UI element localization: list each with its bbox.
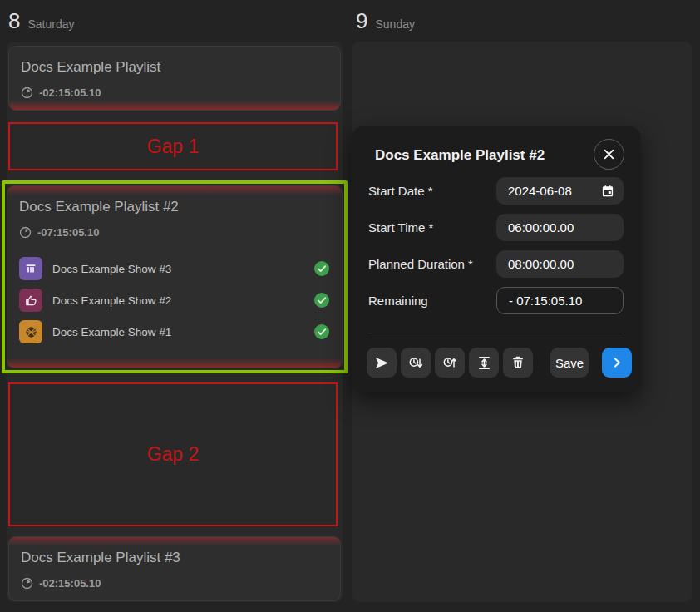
dialog-divider [368, 333, 624, 333]
playlist-card-2-selected[interactable]: Docs Example Playlist #2 -07:15:05.10 [7, 185, 343, 368]
field-row-start-date: Start Date * 2024-06-08 [368, 177, 624, 205]
check-circle-icon [313, 292, 330, 308]
planned-duration-input[interactable]: 08:00:00.00 [496, 250, 624, 278]
field-row-remaining: Remaining - 07:15:05.10 [368, 287, 624, 314]
clock-up-icon [442, 355, 458, 371]
playlist-remaining: -02:15:05.10 [21, 86, 328, 99]
duration-clock-icon [19, 226, 32, 239]
gap-1-region[interactable]: Gap 1 [8, 122, 338, 170]
send-to-playout-button[interactable] [367, 348, 397, 378]
show-row[interactable]: Docs Example Show #2 [19, 289, 330, 312]
delete-button[interactable] [503, 348, 533, 378]
day-weekday: Sunday [375, 17, 414, 31]
playlist-remaining: -02:15:05.10 [21, 577, 328, 590]
duration-clock-icon [21, 577, 33, 590]
send-icon [374, 355, 390, 371]
day-weekday: Saturday [27, 17, 74, 31]
close-icon [603, 148, 615, 160]
field-label: Start Time * [368, 220, 433, 234]
dialog-fields: Start Date * 2024-06-08 Start Time * 06:… [368, 177, 624, 314]
day-header-sunday: 9 Sunday [356, 8, 415, 34]
duration-clock-icon [21, 86, 33, 99]
selected-playlist-outline: Docs Example Playlist #2 -07:15:05.10 [2, 180, 348, 373]
expand-vertical-icon [476, 355, 492, 371]
start-date-input[interactable]: 2024-06-08 [496, 177, 624, 205]
calendar-icon[interactable] [601, 185, 614, 198]
playlist-remaining: -07:15:05.10 [19, 226, 330, 239]
gap-label: Gap 2 [147, 443, 200, 466]
show-list: Docs Example Show #3 Docs Example Show #… [19, 257, 330, 343]
playlist-card-3[interactable]: Docs Example Playlist #3 -02:15:05.10 [8, 536, 341, 601]
show-row[interactable]: Docs Example Show #3 [19, 257, 330, 280]
gap-label: Gap 1 [147, 136, 200, 158]
shift-time-down-button[interactable] [401, 348, 431, 378]
playlist-detail-dialog: Docs Example Playlist #2 Start Date * 20… [352, 126, 641, 392]
show-name: Docs Example Show #1 [52, 326, 171, 338]
basketball-icon [19, 320, 42, 343]
field-label: Remaining [368, 294, 428, 308]
dialog-toolbar: Save [367, 348, 632, 378]
dialog-title: Docs Example Playlist #2 [375, 147, 545, 164]
field-row-start-time: Start Time * 06:00:00.00 [368, 214, 624, 241]
trash-icon [510, 355, 525, 370]
playlist-title: Docs Example Playlist #3 [21, 550, 328, 566]
clock-down-icon [408, 355, 424, 371]
playlist-title: Docs Example Playlist [21, 59, 328, 76]
thumbs-up-icon [19, 289, 42, 312]
day-header-saturday: 8 Saturday [8, 8, 75, 34]
close-button[interactable] [594, 139, 624, 170]
playlist-card-1[interactable]: Docs Example Playlist -02:15:05.10 [8, 46, 341, 111]
check-circle-icon [313, 260, 330, 277]
save-button[interactable]: Save [550, 348, 589, 378]
show-name: Docs Example Show #3 [52, 263, 171, 275]
museum-icon [19, 257, 42, 280]
field-row-planned-duration: Planned Duration * 08:00:00.00 [368, 250, 624, 278]
show-name: Docs Example Show #2 [52, 294, 171, 307]
remaining-value: - 07:15:05.10 [496, 287, 624, 314]
day-number: 8 [8, 8, 20, 34]
field-label: Start Date * [368, 184, 433, 198]
check-circle-icon [313, 323, 330, 340]
field-label: Planned Duration * [368, 257, 473, 271]
start-time-input[interactable]: 06:00:00.00 [496, 214, 624, 241]
playlist-title: Docs Example Playlist #2 [19, 199, 330, 215]
next-step-button[interactable] [602, 348, 632, 378]
show-row[interactable]: Docs Example Show #1 [19, 320, 330, 343]
chevron-right-icon [610, 356, 624, 369]
gap-2-region[interactable]: Gap 2 [8, 382, 338, 526]
shift-time-up-button[interactable] [435, 348, 465, 378]
day-number: 9 [356, 8, 367, 34]
fit-duration-button[interactable] [469, 348, 499, 378]
